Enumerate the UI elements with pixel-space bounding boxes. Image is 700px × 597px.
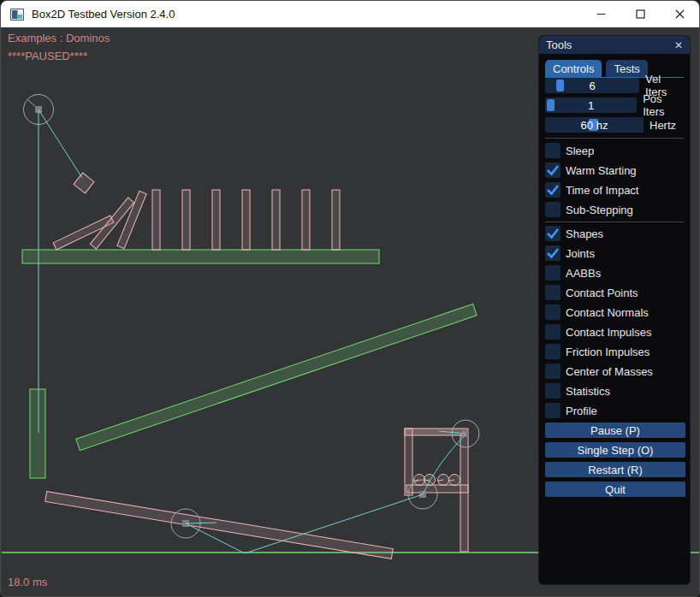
separator [545,138,684,139]
quit-button[interactable]: Quit [545,482,685,497]
fallen-dominos[interactable] [53,191,146,250]
app-icon [10,9,24,21]
checkbox-box[interactable] [545,324,561,340]
checkbox-label: AABBs [566,267,601,280]
checkbox-label: Warm Starting [566,164,637,177]
checkbox-label: Center of Masses [566,365,653,378]
check-icon [545,182,561,198]
pos-iters-track[interactable]: 1 [545,98,637,113]
checkbox-box[interactable] [545,202,561,217]
checkbox-box[interactable] [545,245,561,261]
checkbox-label: Contact Impulses [566,326,651,339]
pos-iters-grab[interactable] [547,99,555,111]
tools-panel[interactable]: Tools ✕ Controls Tests 6 Vel Iters 1 P [538,35,691,585]
frame-time-label: 18.0 ms [8,576,47,588]
domino-platform[interactable] [22,250,379,263]
close-icon [675,9,685,19]
hertz-slider[interactable]: 60 hz Hertz [545,117,684,133]
vel-iters-grab[interactable] [556,80,564,92]
checkbox-box[interactable] [545,304,561,320]
checkbox-label: Contact Normals [566,306,649,319]
checkbox-label: Joints [566,247,595,260]
close-button[interactable] [660,1,699,27]
tools-panel-titlebar[interactable]: Tools ✕ [539,36,690,54]
checkbox-box[interactable] [545,265,561,281]
standing-dominos[interactable] [152,190,340,250]
checkbox-center-of-masses[interactable]: Center of Masses [545,364,684,379]
single-step-button[interactable]: Single Step (O) [545,442,685,458]
vel-iters-value: 6 [589,80,595,92]
checkbox-label: Contact Points [566,287,638,299]
checkbox-sleep[interactable]: Sleep [545,143,684,158]
checkbox-time-of-impact[interactable]: Time of Impact [545,182,684,198]
checkbox-label: Sub-Stepping [566,204,633,216]
checkbox-label: Shapes [566,228,603,240]
vel-iters-track[interactable]: 6 [545,78,639,93]
checkbox-aabbs[interactable]: AABBs [545,265,684,281]
maximize-button[interactable] [620,1,660,27]
checkbox-box[interactable] [545,163,561,178]
checkbox-contact-normals[interactable]: Contact Normals [545,304,684,320]
os-titlebar[interactable]: Box2D Testbed Version 2.4.0 [1,1,699,27]
checkbox-label: Friction Impulses [566,346,650,358]
checkbox-box[interactable] [545,383,561,399]
check-icon [545,226,561,241]
pos-iters-slider[interactable]: 1 Pos Iters [545,98,684,113]
hertz-track[interactable]: 60 hz [545,117,644,133]
hertz-value: 60 hz [581,119,608,132]
hertz-label: Hertz [650,119,676,132]
checkbox-statistics[interactable]: Statistics [545,383,684,399]
check-icon [545,163,561,178]
pause-button[interactable]: Pause (P) [545,423,685,438]
tilted-plank[interactable] [45,492,393,559]
minimize-button[interactable] [581,1,620,27]
tab-tests[interactable]: Tests [606,60,647,77]
checkbox-label: Time of Impact [566,184,638,197]
checkbox-profile[interactable]: Profile [545,403,684,418]
checkbox-contact-impulses[interactable]: Contact Impulses [545,324,684,340]
example-label: Examples : Dominos [8,32,110,44]
vertical-green-box[interactable] [30,389,45,478]
app-window: Box2D Testbed Version 2.4.0 Examples [0,0,700,597]
pos-iters-label: Pos Iters [643,92,684,118]
restart-button[interactable]: Restart (R) [545,462,685,477]
checkbox-contact-points[interactable]: Contact Points [545,285,684,300]
checkbox-friction-impulses[interactable]: Friction Impulses [545,344,684,359]
checkbox-box[interactable] [545,226,561,241]
checkbox-box[interactable] [545,182,561,198]
tab-controls[interactable]: Controls [545,60,602,77]
tools-panel-title: Tools [546,38,674,51]
pos-iters-value: 1 [588,99,594,112]
tools-close-icon[interactable]: ✕ [674,39,683,51]
checkbox-shapes[interactable]: Shapes [545,226,684,241]
checkbox-box[interactable] [545,344,561,359]
checkbox-box[interactable] [545,143,561,158]
pendulum-bob[interactable] [74,173,94,193]
paused-label: ****PAUSED**** [8,50,87,62]
checkbox-box[interactable] [545,364,561,379]
checkbox-warm-starting[interactable]: Warm Starting [545,163,684,178]
checkbox-sub-stepping[interactable]: Sub-Stepping [545,202,684,217]
minimize-icon [596,9,606,19]
vel-iters-slider[interactable]: 6 Vel Iters [545,78,684,93]
checkbox-label: Statistics [566,385,610,398]
checkbox-box[interactable] [545,285,561,300]
maximize-icon [636,9,645,19]
separator [545,222,684,222]
checkbox-label: Sleep [566,145,594,157]
window-title: Box2D Testbed Version 2.4.0 [32,8,175,21]
checkbox-label: Profile [566,405,597,417]
checkbox-box[interactable] [545,403,561,418]
checkbox-joints[interactable]: Joints [545,245,684,261]
check-icon [545,245,561,261]
